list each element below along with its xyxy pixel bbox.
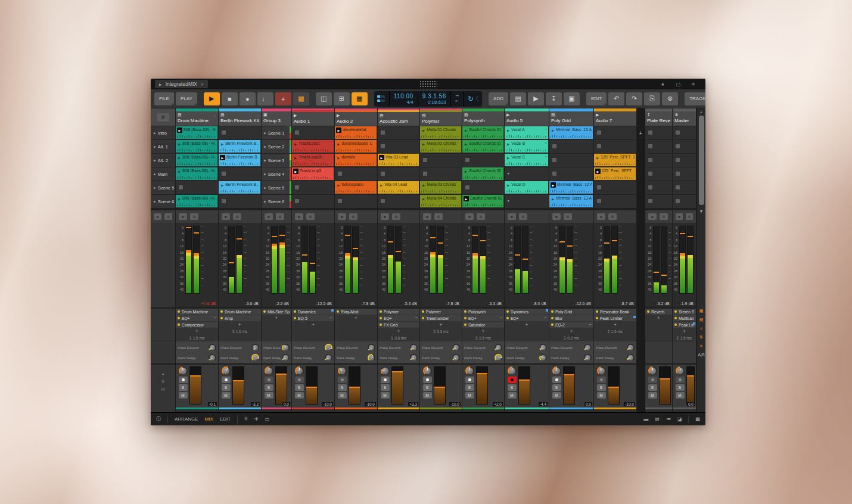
record-arm-button[interactable]	[676, 377, 685, 383]
device-enable-led[interactable]	[380, 323, 382, 326]
overdub-button[interactable]: +	[275, 92, 291, 105]
send-row[interactable]: Plate Reverb	[294, 343, 332, 353]
add-track-button[interactable]: +	[639, 130, 643, 136]
clip[interactable]: ▶808 (Bass-08) - H…	[176, 167, 217, 180]
add-device-button[interactable]: +	[262, 315, 291, 322]
add-device-button[interactable]: +	[219, 322, 261, 328]
clip-slot[interactable]	[645, 167, 672, 181]
send-row[interactable]: Dark Delay	[220, 353, 259, 363]
clip-stop-button[interactable]	[423, 158, 427, 162]
track-stop-button[interactable]: ■	[465, 213, 474, 220]
send-knob[interactable]	[368, 354, 375, 362]
device-enable-led[interactable]	[422, 310, 424, 313]
device-enable-led[interactable]	[464, 317, 467, 319]
clip[interactable]: ▶Vocal A≈	[505, 126, 548, 139]
clip[interactable]: ▶Soulful Chords 01 A	[462, 126, 503, 139]
clip-slot[interactable]	[645, 126, 672, 140]
groove-button[interactable]: ▩	[293, 92, 309, 105]
group-scene-slot[interactable]: ▶Scene 4	[262, 167, 291, 181]
inspector-panel-icon[interactable]: ▤	[655, 416, 660, 422]
mute-button[interactable]: M	[648, 392, 657, 399]
device-enable-led[interactable]	[294, 310, 296, 313]
send-knob[interactable]	[627, 344, 635, 351]
solo-button[interactable]: S	[648, 384, 657, 391]
clip-slot[interactable]: ▶TrashLoop2b	[292, 154, 334, 167]
track-header[interactable]: ▤Polymer	[420, 108, 462, 126]
mute-button[interactable]: M	[597, 392, 606, 399]
solo-button[interactable]: S	[222, 384, 231, 391]
clip-slot[interactable]: ▶808 (Bass-08) - H…	[176, 140, 218, 154]
send-knob[interactable]	[325, 344, 332, 351]
ab-compare-icon[interactable]: A|B	[698, 353, 704, 357]
send-knob[interactable]	[410, 354, 418, 362]
grid-options-icon[interactable]: ⠿	[244, 416, 248, 422]
device-enable-led[interactable]	[674, 323, 677, 326]
clip[interactable]: ▶TrashLoop2b	[292, 154, 334, 166]
clip-stop-button[interactable]	[381, 172, 385, 176]
clip[interactable]: ▶fallonapiano	[335, 181, 377, 194]
clip-slot[interactable]	[378, 140, 419, 154]
clip[interactable]: ▶Mella 03 Chords	[420, 181, 461, 194]
clip-slot[interactable]	[549, 154, 593, 167]
device-row[interactable]: Poly Grid	[549, 309, 593, 315]
clip-stop-button[interactable]	[381, 199, 385, 203]
solo-button[interactable]: S	[338, 384, 347, 391]
record-arm-button[interactable]	[423, 377, 432, 383]
pan-knob[interactable]	[179, 366, 188, 375]
track-stop-button[interactable]: ■	[648, 213, 657, 220]
mute-button[interactable]: M	[552, 392, 561, 399]
display-profile-icon[interactable]: ▭	[265, 416, 270, 422]
record-arm-button[interactable]	[508, 377, 517, 383]
solo-button[interactable]: S	[552, 384, 561, 391]
device-enable-led[interactable]	[220, 310, 223, 313]
clip-slot[interactable]: ▶808 (Bass-08) - H…	[176, 167, 218, 181]
track-expand-icon[interactable]: ‥	[256, 113, 259, 117]
clip-stop-button[interactable]	[222, 199, 226, 203]
scene-row[interactable]: ▶Intro	[151, 126, 175, 140]
pan-knob[interactable]	[552, 366, 561, 375]
mute-button[interactable]: M	[179, 392, 188, 399]
volume-fader[interactable]	[608, 366, 620, 405]
volume-fader[interactable]	[232, 366, 244, 405]
delete-button[interactable]: ⊗	[662, 92, 678, 105]
send-row[interactable]: Dark Delay	[263, 353, 290, 363]
stop-all-scenes-button[interactable]: ≣	[164, 213, 172, 220]
clip-slot[interactable]	[219, 167, 261, 181]
device-row[interactable]: Ring-Mod	[335, 309, 377, 315]
clip-slot[interactable]	[378, 126, 419, 140]
device-enable-led[interactable]	[674, 310, 677, 313]
clip-slot[interactable]	[673, 167, 696, 181]
volume-fader[interactable]	[275, 366, 287, 405]
clip-slot[interactable]: ▶Vocal B≈	[505, 140, 549, 154]
pointer-panel-icon[interactable]: ◪	[677, 416, 682, 422]
send-knob[interactable]	[495, 354, 502, 362]
track-stop-button[interactable]: ■	[295, 213, 303, 220]
clip-stop-button[interactable]	[648, 185, 652, 189]
device-section-icon[interactable]: ▤	[699, 318, 704, 322]
send-row[interactable]: Plate Reverb	[337, 343, 375, 353]
clip-slot[interactable]	[219, 126, 261, 140]
mute-button[interactable]: M	[423, 392, 432, 399]
clip-stop-button[interactable]	[338, 172, 342, 176]
clip-stop-button[interactable]	[295, 130, 299, 135]
volume-fader[interactable]	[476, 366, 488, 405]
clip[interactable]: ▶Vocal B≈	[505, 140, 548, 153]
clip-slot[interactable]: ▶120_Perc_SPFT_13	[594, 154, 636, 167]
track-scene-stop-button[interactable]: ≣	[190, 213, 198, 220]
clip-slot[interactable]: ▶Vocal D	[505, 181, 549, 195]
clip-slot[interactable]	[673, 140, 696, 154]
clip-slot[interactable]: ●	[505, 195, 549, 209]
group-scene-slot[interactable]: ▶Scene 6	[262, 195, 291, 209]
mute-button[interactable]: M	[295, 392, 304, 399]
clip-slot[interactable]: ▶Mella 04 Chords	[420, 195, 462, 209]
device-row[interactable]: EQ-5~	[292, 315, 334, 321]
device-enable-led[interactable]	[178, 310, 180, 313]
clip-stop-button[interactable]	[597, 130, 601, 135]
clip-slot[interactable]	[378, 195, 419, 209]
record-button[interactable]: ●	[240, 92, 256, 105]
scene-row[interactable]: ▶Alt. 1	[151, 140, 175, 154]
solo-button[interactable]: S	[508, 384, 517, 391]
add-audio-track-button[interactable]: ▶	[528, 92, 544, 105]
send-knob[interactable]	[251, 354, 259, 362]
send-row[interactable]: Plate Reverb	[178, 343, 216, 353]
